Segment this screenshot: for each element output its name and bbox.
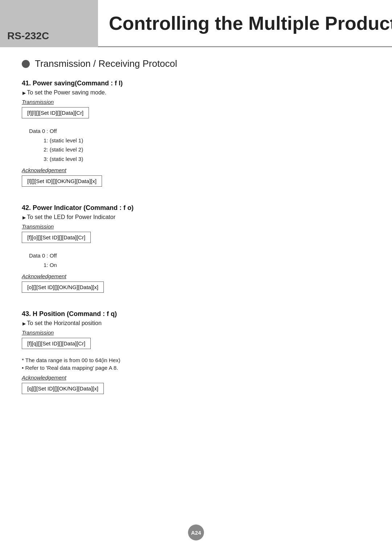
command-block-43: 43. H Position (Command : f q) To set th…: [22, 310, 370, 398]
main-content: Transmission / Receiving Protocol 41. Po…: [0, 58, 392, 433]
command-41-data: Data 0 : Off 1: (static level 1) 2: (sta…: [29, 126, 370, 163]
command-block-42: 42. Power Indicator (Command : f o) To s…: [22, 204, 370, 297]
command-41-ack-label: Acknowledgement: [22, 167, 370, 173]
header-title-area: Controlling the Multiple Product: [98, 0, 392, 47]
data-item-42-0: 1: On: [44, 260, 370, 270]
command-43-transmission-code: [f][q][][Set ID][][Data][Cr]: [22, 338, 91, 349]
data-intro-41: Data 0 : Off: [29, 126, 370, 136]
header-badge-area: RS-232C: [0, 0, 98, 47]
data-item-41-2: 3: (static level 3): [44, 154, 370, 164]
note-43-0: The data range is from 00 to 64(in Hex): [22, 357, 370, 363]
section-dot-icon: [22, 60, 30, 68]
command-41-transmission-label: Transmission: [22, 99, 370, 105]
command-42-transmission-code: [f][o][][Set ID][][Data][Cr]: [22, 232, 91, 243]
command-42-transmission-label: Transmission: [22, 223, 370, 230]
note-43-1: Refer to 'Real data mapping' page A 8.: [22, 365, 370, 371]
page-header: RS-232C Controlling the Multiple Product: [0, 0, 392, 47]
command-41-desc: To set the Power saving mode.: [22, 89, 370, 96]
page-title: Controlling the Multiple Product: [109, 12, 392, 34]
command-43-desc: To set the Horizontal position: [22, 320, 370, 327]
command-41-transmission-code: [f][l][][Set ID][][Data][Cr]: [22, 107, 89, 118]
command-42-data: Data 0 : Off 1: On: [29, 251, 370, 270]
command-42-ack-label: Acknowledgement: [22, 273, 370, 279]
section-heading: Transmission / Receiving Protocol: [22, 58, 370, 69]
command-block-41: 41. Power saving(Command : f l) To set t…: [22, 80, 370, 191]
data-item-41-1: 2: (static level 2): [44, 145, 370, 154]
command-42-title: 42. Power Indicator (Command : f o): [22, 204, 370, 212]
command-41-ack-code: [l][][Set ID][][OK/NG][Data][x]: [22, 175, 102, 187]
command-43-ack-code: [q][][Set ID][][OK/NG][Data][x]: [22, 383, 104, 394]
command-43-transmission-label: Transmission: [22, 329, 370, 336]
command-43-ack-label: Acknowledgement: [22, 374, 370, 381]
data-intro-42: Data 0 : Off: [29, 251, 370, 260]
command-41-title: 41. Power saving(Command : f l): [22, 80, 370, 87]
command-42-desc: To set the LED for Power Indicator: [22, 214, 370, 220]
rs232c-label: RS-232C: [7, 30, 49, 42]
command-42-ack-code: [o][][Set ID][][OK/NG][Data][x]: [22, 281, 104, 293]
command-43-notes: The data range is from 00 to 64(in Hex) …: [22, 357, 370, 371]
page-number: A24: [188, 524, 204, 540]
section-heading-text: Transmission / Receiving Protocol: [35, 58, 177, 69]
command-43-title: 43. H Position (Command : f q): [22, 310, 370, 318]
data-item-41-0: 1: (static level 1): [44, 136, 370, 145]
